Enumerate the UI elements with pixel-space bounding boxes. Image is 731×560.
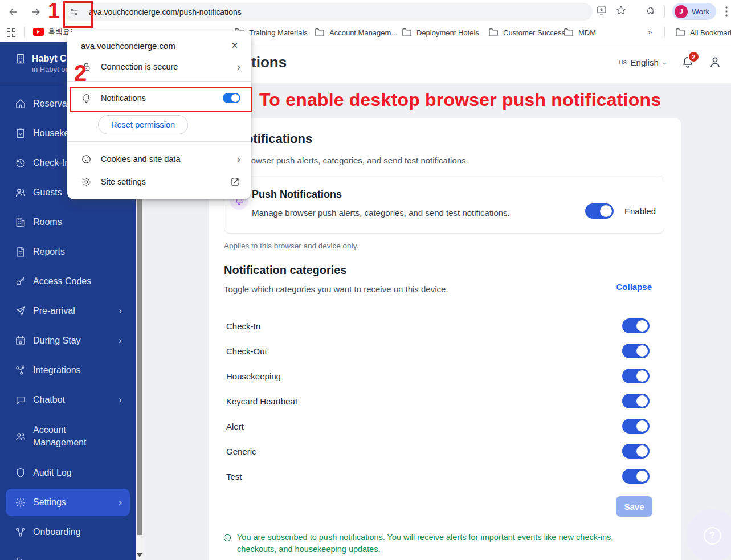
bookmark-folder[interactable]: MDM	[563, 27, 596, 38]
bookmark-folder[interactable]: Customer Success	[488, 27, 565, 38]
calendar-icon	[15, 335, 26, 346]
help-button[interactable]: ?	[696, 519, 729, 552]
sidebar-item-onboarding[interactable]: Onboarding	[0, 517, 136, 547]
category-toggle[interactable]	[622, 469, 650, 484]
profile-button[interactable]	[708, 55, 722, 69]
bookmark-label: MDM	[578, 28, 596, 37]
bookmark-label: Deployment Hotels	[416, 28, 479, 37]
category-row: Keycard Heartbeat	[226, 389, 650, 414]
category-toggle[interactable]	[622, 394, 650, 408]
key-icon	[15, 276, 26, 287]
folder-icon	[675, 27, 686, 38]
categories-subtitle: Toggle which categories you want to rece…	[224, 284, 448, 294]
language-code: US	[619, 58, 627, 66]
team-icon	[15, 431, 26, 442]
sidebar-item-during-stay[interactable]: During Stay ›	[0, 326, 136, 355]
sidebar-item-settings[interactable]: Settings ›	[6, 489, 130, 516]
reset-permission-button[interactable]: Reset permission	[98, 115, 188, 134]
subscribed-text: You are subscribed to push notifications…	[237, 532, 628, 555]
connection-secure-row[interactable]: Connection is secure ›	[67, 55, 251, 78]
sidebar-item-account-management[interactable]: Account Management	[0, 415, 136, 458]
category-row: Alert	[226, 414, 650, 439]
annotation-banner: To enable desktop browser push notificat…	[259, 89, 661, 111]
collapse-link[interactable]: Collapse	[616, 282, 652, 292]
chevron-right-icon: ›	[237, 61, 240, 73]
sidebar-item-clipped[interactable]	[0, 547, 136, 560]
url-text[interactable]: ava.vouchconcierge.com/push-notification…	[89, 7, 242, 17]
sidebar-item-label: Check-In	[33, 158, 70, 168]
category-toggle[interactable]	[622, 344, 650, 358]
language-name: English	[631, 58, 659, 67]
bookmarks-overflow-icon[interactable]: »	[648, 27, 651, 36]
cookies-label: Cookies and site data	[101, 154, 180, 163]
category-toggle[interactable]	[622, 419, 650, 434]
gear-icon	[81, 177, 92, 187]
chat-icon	[15, 394, 26, 406]
notification-badge: 2	[688, 51, 700, 63]
cookie-icon	[81, 154, 92, 165]
category-toggle[interactable]	[622, 444, 650, 459]
sidebar-item-access-codes[interactable]: Access Codes	[0, 267, 136, 296]
bookmark-folder[interactable]: Deployment Hotels	[401, 27, 479, 38]
chevron-right-icon: ›	[119, 394, 122, 406]
category-row: Check-In	[226, 313, 650, 338]
sidebar-item-pre-arrival[interactable]: Pre-arrival ›	[0, 296, 136, 326]
category-label: Check-Out	[226, 346, 267, 356]
category-row: Test	[226, 464, 650, 489]
annotation-box-2	[70, 87, 252, 112]
bookmark-youtube[interactable]: 흑백요리	[33, 27, 72, 37]
guests-icon	[15, 187, 26, 198]
browser-menu-icon[interactable]	[721, 5, 731, 18]
bookmarks-divider	[664, 27, 665, 38]
category-row: Housekeeping	[226, 363, 650, 389]
sidebar-item-chatbot[interactable]: Chatbot ›	[0, 385, 136, 415]
folder-icon	[488, 27, 499, 38]
sidebar-item-integrations[interactable]: Integrations	[0, 355, 136, 385]
sidebar-item-label: Chatbot	[33, 395, 65, 405]
clipboard-icon	[15, 128, 26, 139]
categories-title: Notification categories	[224, 264, 347, 277]
category-row: Generic	[226, 439, 650, 464]
url-bar[interactable]: ava.vouchconcierge.com/push-notification…	[63, 3, 593, 21]
page-title: tions	[251, 54, 287, 71]
all-bookmarks-label: All Bookmarks	[690, 28, 731, 37]
card-subtitle: Manage browser push alerts, categories, …	[252, 208, 510, 218]
home-icon	[15, 98, 26, 109]
apps-grid-icon[interactable]	[7, 28, 15, 37]
gear-icon	[15, 497, 26, 508]
site-info-popup: ava.vouchconcierge.com ✕ Connection is s…	[67, 31, 251, 199]
forward-button[interactable]	[30, 6, 42, 18]
bookmark-star-icon[interactable]	[615, 5, 627, 16]
language-selector[interactable]: US English ⌄	[619, 58, 667, 67]
notifications-bell-button[interactable]: 2	[681, 55, 695, 69]
all-bookmarks-button[interactable]: All Bookmarks	[675, 27, 731, 38]
sidebar-item-reports[interactable]: Reports	[0, 237, 136, 267]
close-icon[interactable]: ✕	[229, 40, 240, 51]
sidebar-item-audit-log[interactable]: Audit Log	[0, 458, 136, 488]
bookmark-label: Training Materials	[249, 28, 308, 37]
cookies-row[interactable]: Cookies and site data ›	[67, 148, 251, 170]
install-icon[interactable]	[596, 5, 607, 16]
category-label: Check-In	[226, 321, 260, 331]
sidebar-item-label: Guests	[33, 187, 62, 198]
youtube-icon	[33, 28, 44, 36]
bookmark-label: Account Managem...	[329, 28, 397, 37]
save-button[interactable]: Save	[616, 496, 652, 517]
site-settings-row[interactable]: Site settings	[67, 170, 251, 193]
push-notifications-toggle[interactable]	[585, 203, 614, 219]
category-toggle[interactable]	[622, 318, 650, 333]
sidebar-item-label: Account Management	[33, 424, 113, 448]
browser-profile-button[interactable]: J Work	[672, 3, 716, 20]
extensions-icon[interactable]	[645, 5, 656, 16]
category-label: Housekeeping	[226, 371, 281, 381]
sidebar-item-rooms[interactable]: Rooms	[0, 207, 136, 237]
category-toggle[interactable]	[622, 369, 650, 383]
hotel-icon	[15, 53, 26, 73]
back-button[interactable]	[7, 6, 19, 18]
scrollbar-down-arrow-icon[interactable]	[137, 553, 142, 557]
subscribed-note: You are subscribed to push notifications…	[223, 532, 628, 555]
bookmark-folder[interactable]: Account Managem...	[314, 27, 397, 38]
category-row: Check-Out	[226, 338, 650, 363]
profile-name: Work	[692, 7, 709, 16]
popup-site-title: ava.vouchconcierge.com	[81, 41, 175, 51]
